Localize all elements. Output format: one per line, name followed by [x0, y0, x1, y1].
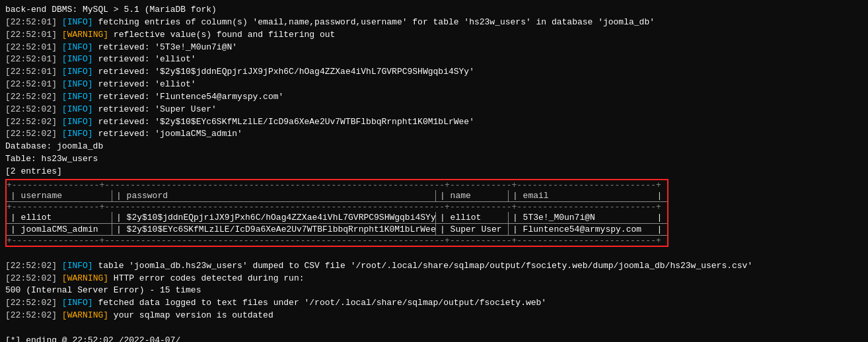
- col-header-username: | username: [7, 190, 112, 201]
- col-header-email: | email |: [509, 190, 667, 201]
- dbms-line: back-end DBMS: MySQL > 5.1 (MariaDB fork…: [5, 4, 863, 17]
- row2-email: | Fluntence54@armyspy.com |: [509, 224, 667, 235]
- results-table-wrapper: +-----------------+---------------------…: [5, 179, 669, 247]
- log-line-2: [22:52:01] [WARNING] reflective value(s)…: [5, 29, 863, 42]
- row2-username: | joomlaCMS_admin: [7, 224, 112, 235]
- log-line-1: [22:52:01] [INFO] fetching entries of co…: [5, 17, 863, 29]
- ending-line: [*] ending @ 22:52:02 /2022-04-07/: [5, 335, 863, 342]
- log-line-5: [22:52:01] [INFO] retrieved: '$2y$10$jdd…: [5, 66, 863, 79]
- row1-password: | $2y$10$jddnEQpjriJX9jPxh6C/hOag4ZZXae4…: [112, 212, 436, 223]
- log-line-4: [22:52:01] [INFO] retrieved: 'elliot': [5, 53, 863, 66]
- blank-1: [5, 248, 863, 260]
- log-line-3: [22:52:01] [INFO] retrieved: '5T3e!_M0un…: [5, 42, 863, 54]
- row2-password: | $2y$10$EYc6SKfMLzlLE/IcD9a6XeAe2Uv7WTB…: [112, 224, 436, 235]
- col-header-password: | password: [112, 190, 436, 201]
- table-header-row: | username | password | name | email |: [7, 190, 667, 202]
- table-bottom-border: +-----------------+---------------------…: [7, 236, 667, 246]
- log-line-6: [22:52:01] [INFO] retrieved: 'elliot': [5, 79, 863, 91]
- table-top-border: +-----------------+---------------------…: [7, 180, 667, 190]
- blank-2: [5, 322, 863, 335]
- log-line-7: [22:52:02] [INFO] retrieved: 'Fluntence5…: [5, 91, 863, 104]
- log-line-10: [22:52:02] [INFO] retrieved: 'joomlaCMS_…: [5, 128, 863, 141]
- db-label: Database: joomla_db: [5, 141, 863, 153]
- entries-label: [2 entries]: [5, 166, 863, 178]
- post-log-1: [22:52:02] [INFO] table 'joomla_db.hs23w…: [5, 260, 863, 273]
- table-row-2: | joomlaCMS_admin | $2y$10$EYc6SKfMLzlLE…: [7, 224, 667, 236]
- post-log-2: [22:52:02] [WARNING] HTTP error codes de…: [5, 273, 863, 285]
- post-log-3: 500 (Internal Server Error) - 15 times: [5, 285, 863, 297]
- table-row-1: | elliot | $2y$10$jddnEQpjriJX9jPxh6C/hO…: [7, 212, 667, 224]
- row1-email: | 5T3e!_M0un7i@N |: [509, 212, 667, 223]
- table-label: Table: hs23w_users: [5, 153, 863, 166]
- post-log-4: [22:52:02] [INFO] fetched data logged to…: [5, 297, 863, 310]
- terminal-window: back-end DBMS: MySQL > 5.1 (MariaDB fork…: [0, 0, 868, 342]
- row1-username: | elliot: [7, 212, 112, 223]
- row1-name: | elliot: [436, 212, 509, 223]
- log-line-9: [22:52:02] [INFO] retrieved: '$2y$10$EYc…: [5, 116, 863, 129]
- log-line-8: [22:52:02] [INFO] retrieved: 'Super User…: [5, 104, 863, 116]
- results-table: +-----------------+---------------------…: [7, 180, 667, 246]
- row2-name: | Super User: [436, 224, 509, 235]
- table-mid-border: +-----------------+---------------------…: [7, 202, 667, 212]
- col-header-name: | name: [436, 190, 509, 201]
- post-log-5: [22:52:02] [WARNING] your sqlmap version…: [5, 310, 863, 322]
